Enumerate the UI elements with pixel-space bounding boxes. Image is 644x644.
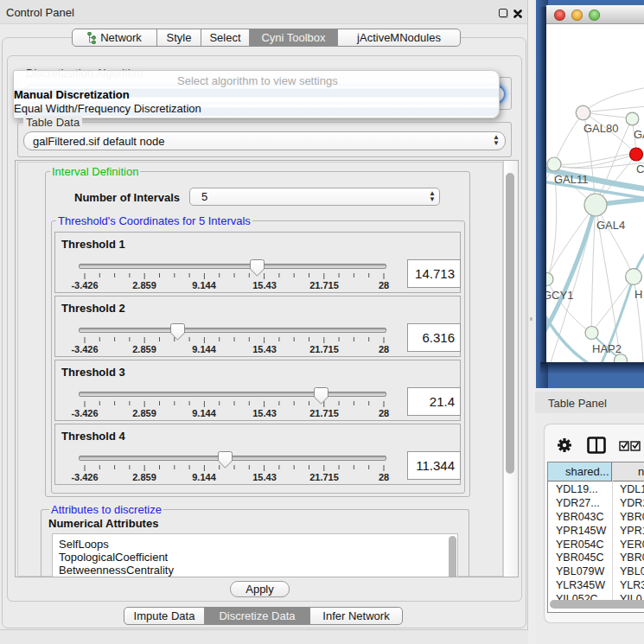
svg-text:GAL4: GAL4 <box>596 219 625 232</box>
svg-text:GAL80: GAL80 <box>583 122 618 135</box>
svg-text:GCY1: GCY1 <box>546 289 573 302</box>
svg-text:GA: GA <box>634 128 644 141</box>
svg-text:HAP2: HAP2 <box>592 342 622 355</box>
svg-text:H: H <box>634 288 642 301</box>
svg-text:GAL11: GAL11 <box>554 173 589 186</box>
svg-text:C: C <box>636 163 644 175</box>
